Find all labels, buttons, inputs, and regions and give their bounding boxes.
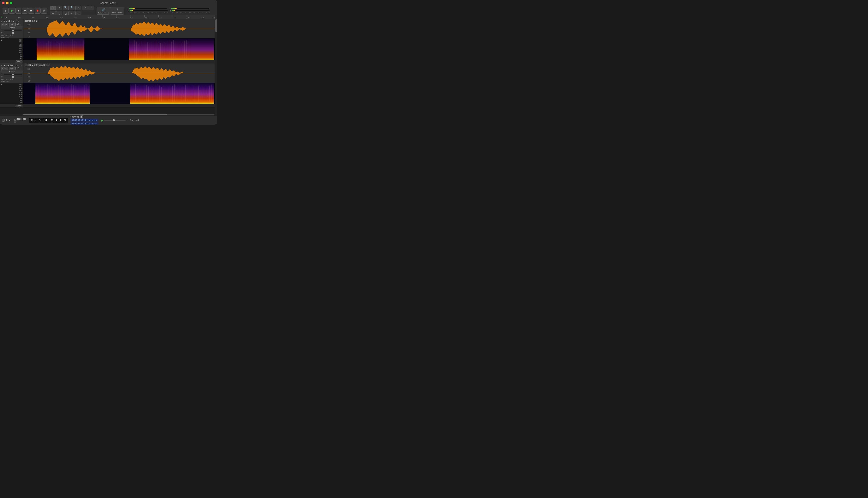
track-1-header: ✕ seanet_test_1 ▾ Mute Solo 1.0 Effects [0,19,24,38]
share-audio-label: Share Audio [112,12,123,14]
share-audio-button[interactable]: ⬆ Share Audio [110,7,124,14]
time-display[interactable]: 00 h 00 m 00 s [29,118,68,123]
playback-extra-icon: ▾ [126,119,128,121]
milliseconds-group: Milliseconds [14,118,26,123]
svg-text:13.0: 13.0 [187,17,190,18]
spec1-y-5000: 5000 [19,41,23,43]
spec2-y-100: 100 [20,102,23,103]
track-2-vol: 1.0 [17,67,20,70]
playback-group: ▶ ▾ [101,119,128,122]
track-1-pan: R [1,32,23,34]
track-2-waveform-row: ✕ seanet_test_1_seanet1_ola ▾ Mute Solo … [0,63,215,82]
collapse-btn-1[interactable]: ▲ [0,39,2,41]
playback-play-icon[interactable]: ▶ [101,119,103,122]
track-1-spectrogram-svg [24,38,215,60]
track-2-pan: R [1,76,23,78]
track-2-close[interactable]: ✕ [1,64,2,66]
maximize-button[interactable] [10,2,12,4]
svg-text:2.0: 2.0 [32,17,35,18]
minimize-button[interactable] [6,2,9,4]
selection-end-input[interactable]: 0 00,000,000.000 samples [71,122,99,124]
track-1-effects[interactable]: Effects [1,26,23,29]
gear-icon: ⚙ [81,116,83,118]
y-label--1.0: -1.0 [24,36,30,38]
toolbar: ⏸ ▶ ■ ⏮ ⏭ ⏺ ⇄ ↖ ✎ ✏ ∿ 🔍 [0,6,217,15]
y-label-1.0: 1.0 [24,20,30,22]
audio-controls-group: 🔊 Audio Setup ⬆ Share Audio [96,7,125,14]
track-1-close[interactable]: ✕ [1,20,2,23]
track-1-dropdown[interactable]: ▾ [18,20,19,23]
track-2-spectrogram[interactable] [24,82,215,104]
timeline-ruler: 0.0 1.0 2.0 3.0 4.0 5.0 6. [4,15,215,19]
track-2-mute[interactable]: Mute [1,67,8,70]
svg-text:8.0: 8.0 [116,17,119,18]
ruler-arrow[interactable]: ▼ [0,15,4,19]
spec2-y-2000: 2000 [19,92,23,93]
track-1-pan-thumb[interactable] [12,32,14,34]
svg-text:3.0: 3.0 [46,17,49,18]
playback-speed-thumb[interactable] [113,119,115,121]
hscrollbar[interactable] [0,114,217,116]
loop-button[interactable]: ⇄ [41,8,47,14]
playback-speed-slider[interactable] [104,120,126,121]
t2-y--1.0: -1.0 [24,80,30,82]
prev-button[interactable]: ⏮ [22,8,28,14]
spec1-y-1000: 1000 [19,51,23,53]
record-button[interactable]: ⏺ [35,8,41,14]
svg-text:1.0: 1.0 [18,17,21,18]
statusbar: Snap Milliseconds 00 h 00 m 00 s Selecti… [0,116,217,124]
audio-setup-label: Audio Setup [98,12,108,14]
spec2-y-1500: 1500 [19,93,23,95]
t2-y-1.0: 1.0 [24,64,30,66]
track-1-select-btn[interactable]: Select [16,61,23,63]
track-1-vol: 1.0 [17,23,20,26]
svg-text:15.0: 15.0 [213,17,215,18]
stop-button[interactable]: ■ [15,8,21,14]
input-vu-meter: L R -54-48-42-36-30-24-18-12-60 [128,8,168,13]
track-1-waveform[interactable]: seanet_test_1 1.0 0.5 0.0 -0.5 -1.0 [24,19,215,38]
snap-group: Snap [2,119,11,122]
spec2-y-700: 700 [20,97,23,99]
selection-label: Selection [71,116,79,118]
selection-start-input[interactable]: 0 00,000,000.000 samples [71,119,99,122]
window-title: seanet_test_1 [100,1,116,4]
collapse-btn-2[interactable]: ▲ [0,83,2,85]
track-2-select-row: Select [0,104,215,107]
pause-button[interactable]: ⏸ [2,8,9,14]
spec1-y-2000: 2000 [19,47,23,49]
track-1-solo[interactable]: Solo [9,23,16,26]
vscrollbar-thumb[interactable] [215,19,217,32]
svg-text:7.0: 7.0 [102,17,105,18]
next-button[interactable]: ⏭ [28,8,34,14]
svg-text:5.0: 5.0 [74,17,77,18]
stopped-label: Stopped. [130,119,139,122]
audio-setup-button[interactable]: 🔊 Audio Setup [97,7,110,14]
svg-text:0.0: 0.0 [4,17,7,18]
track-1-spectrogram[interactable] [24,38,215,60]
track-1-center-line [24,29,215,29]
selection-settings[interactable]: ⚙ [80,115,83,118]
hscrollbar-thumb[interactable] [24,114,167,115]
track-2-fader-thumb[interactable] [12,74,14,75]
spec2-y-4000: 4000 [19,88,23,89]
track-1-spectrogram-row: ▲ 7000 5000 4000 3000 2000 1500 1000 70 [0,38,215,60]
track-2-solo[interactable]: Solo [9,67,16,70]
vscrollbar[interactable] [215,19,217,114]
output-vu-meter: L R -54-48-42-36-30-24-18-12-60 [169,8,210,13]
t2-y-0.0: 0.0 [24,72,30,74]
track-1-name: seanet_test_1 [3,20,17,23]
spec2-y-5000: 5000 [19,86,23,87]
track-2-dropdown[interactable]: ▾ [21,64,23,66]
play-button[interactable]: ▶ [9,8,15,14]
ms-checkbox[interactable] [14,120,16,123]
track-1-mute[interactable]: Mute [1,23,8,26]
close-button[interactable] [2,2,5,4]
track-2-effects[interactable]: Effects [1,70,23,73]
track-2-pan-thumb[interactable] [12,76,14,78]
track-2: ✕ seanet_test_1_seanet1_ola ▾ Mute Solo … [0,63,215,107]
track-2-header: ✕ seanet_test_1_seanet1_ola ▾ Mute Solo … [0,63,24,82]
snap-checkbox[interactable] [2,119,5,122]
track-2-select-btn[interactable]: Select [16,105,23,107]
track-2-waveform[interactable]: seanet_test_1_seanet1_ola 1.0 0.5 0.0 -0… [24,63,215,82]
track-1-fader-thumb[interactable] [12,30,14,31]
